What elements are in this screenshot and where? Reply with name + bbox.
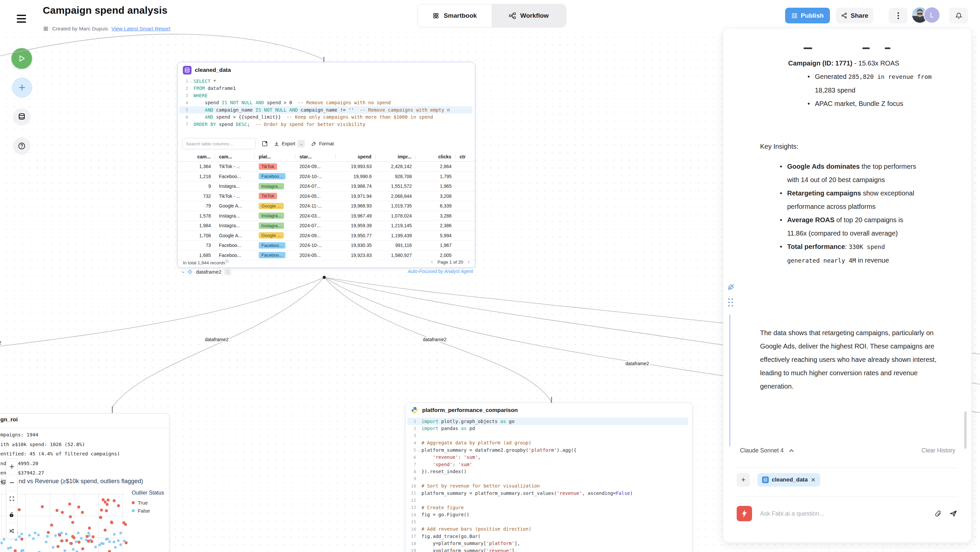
bullet-item: •Average ROAS of top 20 campaigns is 11.… xyxy=(780,213,917,240)
edge-label-dataframe2: dataframe2 xyxy=(422,337,447,342)
send-icon[interactable] xyxy=(949,509,957,518)
edge-label-dataframe2: dataframe2 xyxy=(624,361,650,366)
remove-context-icon[interactable]: ✕ xyxy=(811,476,816,484)
insight-paragraph: The data shows that retargeting campaign… xyxy=(760,326,947,393)
clipped-text-fragment xyxy=(862,48,870,49)
divider xyxy=(737,496,958,497)
sql-table-icon: SQL xyxy=(762,476,769,483)
unpin-icon[interactable] xyxy=(727,283,735,291)
edge-label-dataframe2: dataframe2 xyxy=(204,337,230,342)
chevron-up-icon[interactable] xyxy=(789,449,794,452)
zoom-in-button[interactable] xyxy=(6,459,17,475)
auto-layout-button[interactable] xyxy=(6,523,17,539)
lock-canvas-button[interactable] xyxy=(6,507,17,523)
chat-input[interactable] xyxy=(759,510,927,518)
context-chip-label: cleaned_data xyxy=(772,476,808,483)
unlock-icon xyxy=(9,512,15,518)
fabi-logo xyxy=(737,506,752,521)
add-context-button[interactable]: + xyxy=(737,473,750,487)
plus-icon xyxy=(9,464,15,469)
bullet-item: •Total performance: 330K spend generated… xyxy=(780,240,917,267)
model-selector[interactable]: Claude Sonnet 4 xyxy=(740,447,783,454)
divider xyxy=(737,468,958,468)
insight-sub-bullets: •Generated 285,820 in revenue from 18,28… xyxy=(808,70,941,110)
clipped-text-fragment xyxy=(803,48,812,49)
key-insight-bullets: •Google Ads dominates the top performers… xyxy=(780,160,917,267)
insight-heading: Campaign (ID: 1771) - 15.63x ROAS xyxy=(788,56,945,70)
scrollbar-thumb[interactable] xyxy=(964,411,967,449)
minus-icon xyxy=(9,480,15,485)
message-anchor-line xyxy=(729,315,730,446)
bullet-item: •Generated 285,820 in revenue from 18,28… xyxy=(808,70,941,97)
bullet-item: •Retargeting campaigns show exceptional … xyxy=(780,186,917,213)
bullet-item: •APAC market, Bundle Z focus xyxy=(808,97,941,110)
key-insights-label: Key Insights: xyxy=(760,140,799,153)
app-window: dataframe2 dataframe2 dataframe2 datafra… xyxy=(0,0,980,552)
drag-handle-icon[interactable] xyxy=(727,298,734,307)
attach-icon[interactable] xyxy=(935,510,942,517)
ai-chat-panel: Campaign (ID: 1771) - 15.63x ROAS •Gener… xyxy=(723,29,972,542)
canvas-zoom-toolbar xyxy=(6,458,18,539)
bullet-item: •Google Ads dominates the top performers… xyxy=(780,160,917,186)
clear-history-button[interactable]: Clear History xyxy=(921,447,955,454)
fit-view-button[interactable] xyxy=(6,491,17,507)
fullscreen-icon xyxy=(9,496,15,501)
svg-text:SQL: SQL xyxy=(764,479,767,481)
context-chip-cleaned-data[interactable]: SQL cleaned_data ✕ xyxy=(757,473,820,487)
lightning-icon xyxy=(741,509,748,518)
shuffle-icon xyxy=(9,528,15,534)
zoom-out-button[interactable] xyxy=(6,475,17,491)
clipped-text-fragment xyxy=(885,48,891,49)
edge-label-dataframe2: dataframe2 xyxy=(0,340,2,345)
